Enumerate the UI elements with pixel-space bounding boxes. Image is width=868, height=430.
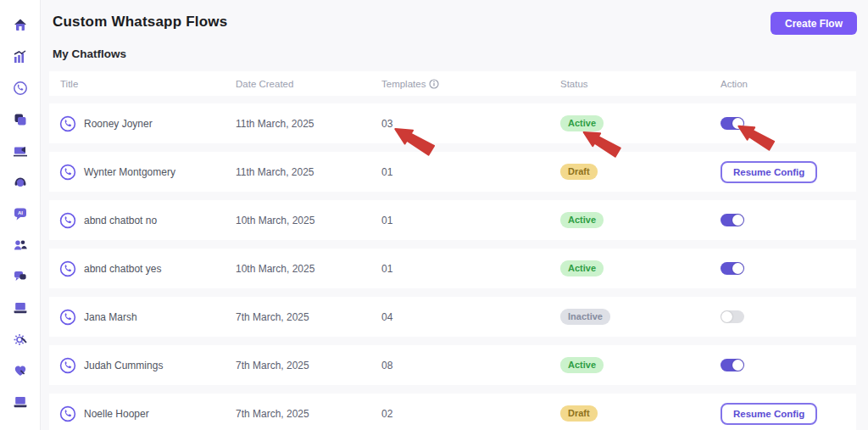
flow-toggle[interactable] [721, 117, 744, 130]
templates-count: 01 [381, 166, 560, 178]
sidebar-item-chat-templates[interactable] [0, 103, 41, 135]
section-title: My Chatflows [53, 47, 126, 60]
conversations-icon [13, 269, 28, 284]
toggle-knob [721, 311, 732, 322]
team-icon [13, 237, 28, 253]
chatflow-title: abnd chatbot no [84, 215, 157, 226]
templates-count: 01 [381, 263, 560, 275]
status-badge: Active [560, 357, 604, 372]
sidebar-item-care-heart[interactable] [0, 355, 41, 386]
date-created: 10th March, 2025 [236, 215, 381, 226]
settings-icon [13, 332, 28, 347]
resume-config-button[interactable]: Resume Config [721, 403, 817, 425]
date-created: 7th March, 2025 [236, 311, 381, 323]
table-row: Rooney Joyner 11th March, 2025 03 Active [49, 103, 856, 143]
whatsapp-row-icon [59, 115, 76, 132]
status-badge: Inactive [560, 309, 610, 324]
whatsapp-row-icon [59, 164, 76, 181]
analytics-icon [13, 49, 28, 64]
home-icon [13, 18, 28, 33]
main-content: Custom Whatsapp Flows Create Flow My Cha… [41, 0, 868, 430]
chatflow-title: Wynter Montgomery [84, 166, 175, 178]
sidebar-item-ai-chat[interactable]: AI [0, 198, 41, 229]
chatflow-title: Jana Marsh [84, 311, 137, 323]
table-row: Noelle Hooper 7th March, 2025 02 Draft R… [49, 394, 856, 430]
whatsapp-row-icon [59, 309, 76, 326]
date-created: 11th March, 2025 [236, 166, 381, 178]
templates-count: 03 [381, 118, 560, 130]
toggle-knob [732, 118, 743, 129]
sidebar-item-home[interactable] [0, 9, 41, 41]
flow-toggle[interactable] [721, 262, 744, 275]
sidebar-item-team[interactable] [0, 229, 41, 260]
table-row: abnd chatbot no 10th March, 2025 01 Acti… [49, 200, 856, 240]
sidebar-item-whatsapp[interactable] [0, 72, 41, 103]
date-created: 7th March, 2025 [236, 408, 381, 420]
table-header-row: Title Date Created Templates Status Acti… [49, 71, 856, 96]
resume-config-button[interactable]: Resume Config [721, 161, 817, 183]
templates-count: 01 [381, 215, 560, 226]
laptop-icon [13, 300, 28, 316]
ai-chat-icon: AI [13, 206, 28, 221]
flow-toggle[interactable] [721, 214, 744, 226]
whatsapp-icon [13, 81, 28, 96]
toggle-knob [732, 263, 743, 274]
date-created: 11th March, 2025 [236, 118, 381, 130]
column-header-date-created: Date Created [236, 79, 381, 89]
status-badge: Active [560, 212, 604, 227]
care-heart-icon [13, 363, 28, 378]
flow-toggle[interactable] [721, 359, 744, 371]
column-header-title: Title [49, 79, 236, 89]
templates-count: 08 [381, 360, 560, 371]
sidebar-item-campaign[interactable] [0, 135, 41, 166]
chatflows-table: Title Date Created Templates Status Acti… [49, 71, 856, 430]
sidebar-item-laptop[interactable] [0, 292, 41, 323]
whatsapp-row-icon [59, 260, 76, 277]
sidebar-item-laptop2[interactable] [0, 386, 41, 417]
page-title: Custom Whatsapp Flows [53, 14, 227, 31]
date-created: 10th March, 2025 [236, 263, 381, 275]
flow-toggle[interactable] [721, 310, 744, 323]
sidebar-item-conversations[interactable] [0, 260, 41, 292]
toggle-knob [732, 360, 743, 371]
templates-count: 04 [381, 311, 560, 323]
svg-text:AI: AI [18, 210, 23, 215]
campaign-icon [13, 143, 28, 159]
whatsapp-row-icon [59, 212, 76, 229]
laptop2-icon [13, 394, 28, 410]
status-badge: Draft [560, 405, 598, 421]
sidebar-item-analytics[interactable] [0, 41, 41, 72]
create-flow-button[interactable]: Create Flow [771, 12, 857, 35]
toggle-knob [732, 215, 743, 226]
chatflow-title: Noelle Hooper [84, 408, 149, 420]
table-row: abnd chatbot yes 10th March, 2025 01 Act… [49, 249, 856, 288]
chatflow-title: Rooney Joyner [84, 118, 153, 130]
chat-templates-icon [13, 112, 28, 127]
sidebar-item-support-headset[interactable] [0, 166, 41, 198]
status-badge: Active [560, 260, 604, 276]
info-icon[interactable] [429, 79, 439, 89]
column-header-status: Status [560, 79, 719, 89]
table-row: Wynter Montgomery 11th March, 2025 01 Dr… [49, 152, 856, 192]
date-created: 7th March, 2025 [236, 360, 381, 371]
whatsapp-row-icon [59, 357, 76, 374]
column-header-action: Action [719, 79, 856, 89]
whatsapp-row-icon [59, 405, 76, 422]
column-header-templates-label: Templates [381, 79, 426, 89]
table-row: Judah Cummings 7th March, 2025 08 Active [49, 345, 856, 385]
column-header-templates: Templates [381, 79, 560, 89]
chatflow-title: Judah Cummings [84, 360, 163, 371]
sidebar-item-settings[interactable] [0, 323, 41, 355]
templates-count: 02 [381, 408, 560, 420]
support-headset-icon [13, 175, 28, 190]
status-badge: Draft [560, 164, 598, 179]
status-badge: Active [560, 115, 604, 131]
table-row: Jana Marsh 7th March, 2025 04 Inactive [49, 297, 856, 337]
sidebar: AI [0, 0, 41, 430]
chatflow-title: abnd chatbot yes [84, 263, 161, 275]
